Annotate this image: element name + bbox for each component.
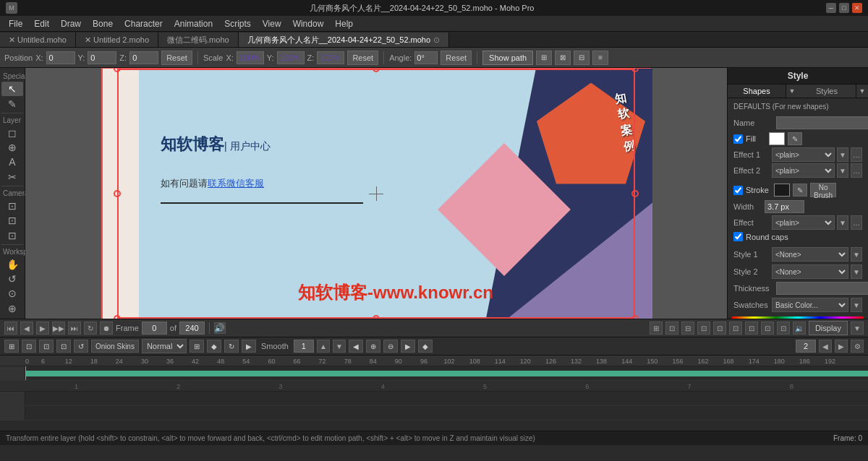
tab-wechat[interactable]: 微信二维码.moho xyxy=(158,33,239,47)
style2-select[interactable]: <None> xyxy=(772,264,848,279)
effect1-extra-btn[interactable]: … xyxy=(851,147,862,162)
ob-smooth-arr[interactable]: ▼ xyxy=(333,340,346,353)
ob-settings2[interactable]: ⚙ xyxy=(851,340,864,353)
tc-settings[interactable]: ▼ xyxy=(851,322,864,335)
tab-main-file[interactable]: 几何商务风个人名片__2024-04-24+22_50_52.moho ⊙ xyxy=(239,33,449,47)
timeline-tracks[interactable]: 1 2 3 4 5 6 7 8 xyxy=(0,366,868,431)
menu-help[interactable]: Help xyxy=(329,17,359,30)
ob-btn5[interactable]: ↺ xyxy=(74,340,88,353)
frame-input[interactable] xyxy=(142,322,167,335)
tc-next-frame[interactable]: ▶▶ xyxy=(52,322,65,335)
tc-play[interactable]: ▶ xyxy=(36,322,49,335)
ob-prev-frame[interactable]: ◀ xyxy=(349,340,363,353)
tc-skip-start[interactable]: ⏮ xyxy=(4,322,17,335)
effect1-more-btn[interactable]: ▼ xyxy=(837,147,848,162)
tc-icon6[interactable]: ⊡ xyxy=(729,322,742,335)
z-input[interactable] xyxy=(129,51,158,64)
shapes-tab[interactable]: Shapes xyxy=(728,85,786,98)
tool-camera3[interactable]: ⊡ xyxy=(1,228,23,242)
track-content-green[interactable] xyxy=(25,366,868,380)
stroke-checkbox[interactable] xyxy=(733,186,743,195)
menu-bone[interactable]: Bone xyxy=(87,17,119,30)
stroke-color-swatch[interactable] xyxy=(774,184,790,197)
fill-checkbox[interactable] xyxy=(733,134,743,144)
effect2-select[interactable]: <plain> xyxy=(772,163,835,178)
reset-scale-button[interactable]: Reset xyxy=(347,51,378,65)
tc-icon9[interactable]: ⊡ xyxy=(777,322,790,335)
tc-loop[interactable]: ↻ xyxy=(84,322,97,335)
no-brush-button[interactable]: NoBrush xyxy=(810,183,836,197)
ob-btn4[interactable]: ⊡ xyxy=(56,340,71,353)
tool-zoom[interactable]: ⊙ xyxy=(1,286,23,301)
ob-btn1[interactable]: ⊞ xyxy=(4,340,19,353)
track-content-1[interactable] xyxy=(25,392,868,405)
stroke-effect-more[interactable]: ▼ xyxy=(837,215,848,230)
handle-ml[interactable] xyxy=(114,190,121,197)
ob-fwd[interactable]: ▶ xyxy=(835,340,848,353)
path-icon-btn2[interactable]: ⊠ xyxy=(555,51,571,65)
tc-skip-end[interactable]: ⏭ xyxy=(68,322,81,335)
minimize-button[interactable]: ─ xyxy=(826,3,836,13)
reset-position-button[interactable]: Reset xyxy=(161,51,192,65)
volume-btn[interactable]: 🔊 xyxy=(214,322,226,334)
onion-count-input[interactable] xyxy=(796,340,816,353)
round-caps-checkbox[interactable] xyxy=(733,232,743,241)
color-swatch-grid[interactable] xyxy=(732,316,864,319)
ob-add-key[interactable]: ⊕ xyxy=(366,340,380,353)
stroke-effect-extra[interactable]: … xyxy=(851,215,862,230)
ob-btn3[interactable]: ⊡ xyxy=(39,340,54,353)
display-button[interactable]: Display xyxy=(809,321,848,335)
close-button[interactable]: ✕ xyxy=(852,3,862,13)
effect1-select[interactable]: <plain> xyxy=(772,147,835,162)
path-icon-btn4[interactable]: ≡ xyxy=(592,51,608,65)
tool-scissors[interactable]: ✂ xyxy=(1,170,23,184)
tc-prev-frame[interactable]: ◀ xyxy=(20,322,33,335)
sy-input[interactable] xyxy=(277,51,305,64)
tc-icon4[interactable]: ⊡ xyxy=(697,322,710,335)
tool-draw[interactable]: ✎ xyxy=(1,96,23,111)
tab-untitled1[interactable]: ✕ Untitled.moho xyxy=(0,33,76,47)
smooth-input[interactable] xyxy=(294,340,314,353)
tc-icon5[interactable]: ⊡ xyxy=(713,322,726,335)
ob-extra2-btn[interactable]: ▶ xyxy=(242,340,256,353)
x-input[interactable] xyxy=(46,51,75,64)
onion-mode-select[interactable]: Normal xyxy=(142,339,187,353)
tc-icon3[interactable]: ⊟ xyxy=(681,322,694,335)
menu-file[interactable]: File xyxy=(3,17,28,30)
style2-more[interactable]: ▼ xyxy=(851,264,862,279)
tool-transform[interactable]: ◻ xyxy=(1,126,23,140)
sz-input[interactable] xyxy=(317,51,344,64)
path-icon-btn3[interactable]: ⊟ xyxy=(574,51,590,65)
tc-icon8[interactable]: ⊡ xyxy=(761,322,774,335)
styles-tab-arr[interactable]: ▼ xyxy=(856,85,868,98)
tc-icon1[interactable]: ⊞ xyxy=(650,322,663,335)
playhead[interactable] xyxy=(25,366,26,380)
swatches-more[interactable]: ▼ xyxy=(851,298,862,312)
effect2-extra-btn[interactable]: … xyxy=(851,163,862,178)
tool-camera2[interactable]: ⊡ xyxy=(1,213,23,228)
width-input[interactable] xyxy=(765,200,804,213)
styles-tab[interactable]: Styles xyxy=(798,85,856,98)
ob-extra-btn[interactable]: ↻ xyxy=(224,340,239,353)
angle-input[interactable] xyxy=(414,51,438,64)
canvas-area[interactable]: 知软博客| 用户中心 如有问题请联系微信客服 知软博客-www.knowr.cn… xyxy=(25,68,727,319)
ob-next-frame[interactable]: ▶ xyxy=(401,340,415,353)
tab-untitled2[interactable]: ✕ Untitled 2.moho xyxy=(76,33,158,47)
style1-more[interactable]: ▼ xyxy=(851,247,862,262)
menu-edit[interactable]: Edit xyxy=(28,17,55,30)
swatches-select[interactable]: Basic Color... xyxy=(772,298,848,312)
fill-color-swatch[interactable] xyxy=(769,132,785,145)
tc-icon7[interactable]: ⊡ xyxy=(745,322,758,335)
sx-input[interactable] xyxy=(237,51,264,64)
onion-skins-btn[interactable]: Onion Skins xyxy=(91,340,139,353)
handle-mr[interactable] xyxy=(631,190,639,197)
menu-scripts[interactable]: Scripts xyxy=(218,17,257,30)
tool-add-point[interactable]: ⊕ xyxy=(1,140,23,155)
handle-bc[interactable] xyxy=(373,315,380,319)
ob-prev[interactable]: ◀ xyxy=(819,340,832,353)
handle-br[interactable] xyxy=(631,315,639,319)
ob-grid-btn[interactable]: ⊞ xyxy=(190,340,204,353)
stroke-edit-btn[interactable]: ✎ xyxy=(793,184,807,197)
menu-view[interactable]: View xyxy=(257,17,287,30)
ob-smooth-up[interactable]: ▲ xyxy=(317,340,330,353)
